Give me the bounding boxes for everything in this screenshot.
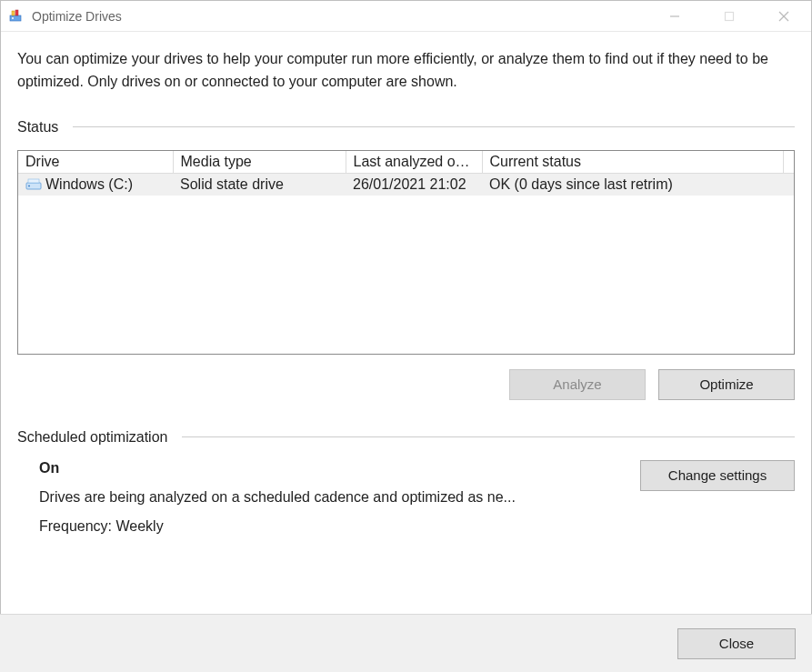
scheduled-heading-label: Scheduled optimization: [17, 429, 167, 446]
close-window-button[interactable]: [757, 1, 811, 32]
optimize-drives-icon: [8, 8, 25, 25]
scheduled-frequency: Frequency: Weekly: [39, 518, 516, 535]
content-area: You can optimize your drives to help you…: [1, 32, 811, 535]
drive-last: 26/01/2021 21:02: [346, 173, 482, 196]
drive-row[interactable]: Windows (C:) Solid state drive 26/01/202…: [18, 173, 794, 196]
drive-media: Solid state drive: [173, 173, 346, 196]
intro-text: You can optimize your drives to help you…: [17, 48, 795, 94]
col-last[interactable]: Last analyzed or o...: [346, 151, 482, 174]
divider: [73, 126, 795, 127]
scheduled-block: On Drives are being analyzed on a schedu…: [17, 460, 795, 535]
col-current[interactable]: Current status: [482, 151, 783, 174]
close-button[interactable]: Close: [677, 628, 796, 659]
svg-rect-10: [28, 179, 39, 183]
bottom-bar: Close: [0, 614, 812, 672]
col-spacer: [783, 151, 794, 174]
svg-point-9: [28, 185, 30, 186]
drive-name: Windows (C:): [45, 176, 133, 193]
svg-rect-0: [10, 15, 21, 21]
change-settings-button[interactable]: Change settings: [640, 460, 795, 491]
scheduled-heading: Scheduled optimization: [17, 429, 795, 446]
scheduled-state: On: [39, 460, 516, 476]
status-heading: Status: [17, 119, 795, 135]
svg-point-1: [12, 17, 14, 19]
divider: [182, 436, 795, 437]
col-drive[interactable]: Drive: [18, 151, 173, 174]
svg-rect-3: [15, 10, 18, 15]
window-title: Optimize Drives: [32, 9, 122, 24]
svg-rect-2: [12, 11, 15, 15]
drive-icon: [25, 178, 42, 191]
scheduled-description: Drives are being analyzed on a scheduled…: [39, 489, 516, 506]
drive-current: OK (0 days since last retrim): [482, 173, 794, 196]
col-media[interactable]: Media type: [173, 151, 346, 174]
action-button-row: Analyze Optimize: [17, 369, 795, 400]
minimize-button[interactable]: [647, 1, 702, 32]
maximize-button[interactable]: [702, 1, 757, 32]
titlebar: Optimize Drives: [1, 1, 811, 32]
status-heading-label: Status: [17, 119, 58, 135]
optimize-button[interactable]: Optimize: [658, 369, 795, 400]
drive-list[interactable]: Drive Media type Last analyzed or o... C…: [17, 150, 795, 355]
window-controls: [647, 1, 811, 32]
analyze-button: Analyze: [509, 369, 646, 400]
svg-rect-5: [726, 13, 734, 21]
